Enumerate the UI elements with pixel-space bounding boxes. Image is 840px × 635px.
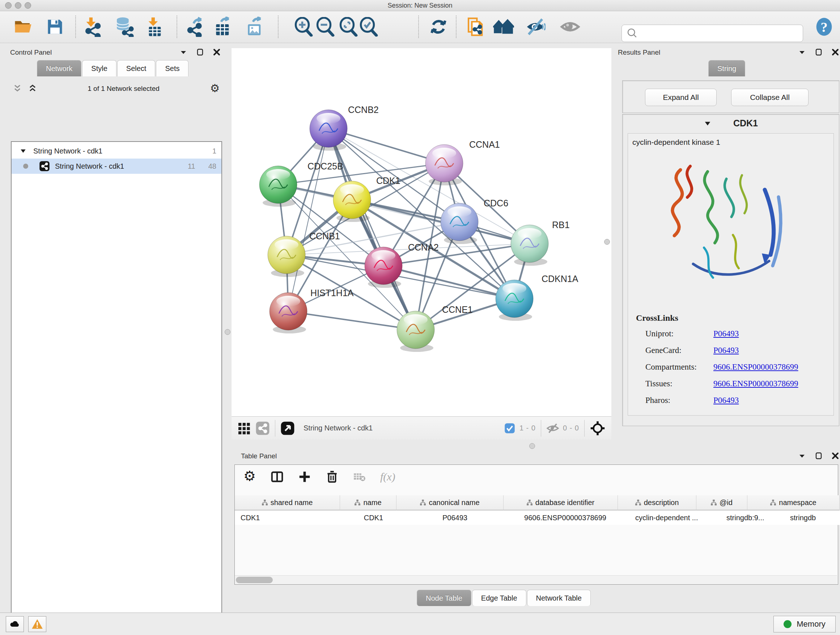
- column-header-shared-name[interactable]: shared name: [235, 495, 340, 510]
- tree-expanded-icon[interactable]: [19, 147, 27, 155]
- column-header-database-identifier[interactable]: database identifier: [504, 495, 618, 510]
- tab-network-table[interactable]: Network Table: [527, 590, 591, 606]
- export-network-button[interactable]: [185, 16, 206, 37]
- node-HIST1H1A[interactable]: [270, 293, 307, 333]
- tab-sets[interactable]: Sets: [156, 60, 188, 76]
- table-cell[interactable]: stringdb: [777, 510, 840, 525]
- import-table-button[interactable]: [144, 16, 165, 37]
- tab-string[interactable]: String: [708, 60, 745, 76]
- edge-CCNB2-CCNE1[interactable]: [328, 128, 416, 330]
- tab-network[interactable]: Network: [37, 60, 81, 76]
- hide-selected-button[interactable]: [525, 16, 546, 37]
- panel-close-icon[interactable]: [212, 48, 221, 57]
- table-settings-gear-icon[interactable]: ⚙: [243, 470, 256, 484]
- node-CCNA1[interactable]: [425, 144, 463, 185]
- left-splitter-handle[interactable]: [225, 329, 231, 335]
- network-row-selected[interactable]: String Network - cdk1 11 48: [11, 158, 221, 174]
- collapse-all-button[interactable]: Collapse All: [731, 89, 808, 106]
- tab-style[interactable]: Style: [82, 60, 116, 76]
- table-hscrollbar[interactable]: [235, 575, 837, 584]
- network-graph[interactable]: CCNB2CCNA1CDC25BCDK1CDC6RB1CCNB1CCNA2CDK…: [232, 48, 611, 416]
- crosslink-link[interactable]: P06493: [714, 329, 739, 339]
- node-CDC6[interactable]: [441, 203, 478, 244]
- column-header--id[interactable]: @id: [696, 495, 747, 510]
- table-cell[interactable]: CDK1: [346, 510, 401, 525]
- panel-float-icon[interactable]: [814, 451, 823, 460]
- save-session-button[interactable]: [44, 16, 65, 37]
- string-home-button[interactable]: [493, 16, 514, 37]
- network-canvas[interactable]: CCNB2CCNA1CDC25BCDK1CDC6RB1CCNB1CCNA2CDK…: [232, 48, 611, 416]
- open-in-window-icon[interactable]: [280, 421, 295, 435]
- apply-layout-button[interactable]: [428, 16, 449, 37]
- crosslink-link[interactable]: 9606.ENSP00000378699: [714, 379, 798, 388]
- node-CCNB1[interactable]: [268, 236, 305, 277]
- hidden-eye-slash-icon[interactable]: [546, 422, 559, 435]
- search-input[interactable]: [641, 26, 803, 41]
- edge-CCNB2-HIST1H1A[interactable]: [288, 128, 328, 311]
- node-CDKN1A[interactable]: [496, 280, 533, 321]
- memory-button[interactable]: Memory: [774, 616, 836, 632]
- column-header-description[interactable]: description: [618, 495, 696, 510]
- node-CCNB2[interactable]: [309, 110, 347, 150]
- crosslink-link[interactable]: P06493: [714, 396, 739, 405]
- table-cell[interactable]: P06493: [401, 510, 508, 525]
- table-cell[interactable]: CDK1: [235, 510, 346, 525]
- import-network-file-button[interactable]: [82, 16, 103, 37]
- open-session-button[interactable]: [13, 16, 34, 37]
- grid-view-icon[interactable]: [237, 421, 251, 435]
- network-badge-gray-icon[interactable]: [256, 421, 270, 435]
- edge-HIST1H1A-CCNE1[interactable]: [288, 311, 416, 330]
- tab-select[interactable]: Select: [117, 60, 156, 76]
- network-options-gear-icon[interactable]: ⚙: [210, 83, 220, 94]
- node-CDC25B[interactable]: [259, 166, 297, 207]
- table-hscrollbar-thumb[interactable]: [236, 577, 273, 583]
- import-network-database-button[interactable]: [114, 16, 135, 37]
- zoom-fit-button[interactable]: [338, 16, 359, 37]
- table-row[interactable]: CDK1CDK1P064939606.ENSP00000378699cyclin…: [235, 510, 837, 525]
- crosslink-link[interactable]: 9606.ENSP00000378699: [714, 363, 798, 372]
- panel-menu-icon[interactable]: [798, 48, 806, 57]
- help-button[interactable]: ?: [813, 16, 835, 37]
- selected-checkbox-icon[interactable]: [504, 423, 515, 434]
- birds-eye-crosshair-icon[interactable]: [590, 420, 606, 436]
- network-collection-row[interactable]: String Network - cdk1 1: [11, 142, 221, 158]
- zoom-out-button[interactable]: [315, 16, 336, 37]
- right-splitter-handle[interactable]: [604, 239, 610, 245]
- zoom-in-button[interactable]: [294, 16, 314, 37]
- clone-network-button[interactable]: [466, 16, 486, 37]
- panel-close-icon[interactable]: [831, 48, 840, 57]
- expand-all-button[interactable]: Expand All: [645, 89, 717, 106]
- table-cell[interactable]: 9606.ENSP00000378699: [508, 510, 622, 525]
- show-columns-icon[interactable]: [270, 470, 284, 484]
- panel-close-icon[interactable]: [831, 451, 840, 460]
- delete-column-trash-icon[interactable]: [325, 470, 339, 484]
- warnings-button[interactable]: [28, 616, 46, 632]
- table-cell[interactable]: cyclin-dependent ...: [622, 510, 714, 525]
- node-CCNE1[interactable]: [397, 311, 434, 352]
- crosslink-link[interactable]: P06493: [714, 346, 739, 355]
- export-image-button[interactable]: [244, 16, 265, 37]
- table-cell[interactable]: stringdb:9...: [714, 510, 777, 525]
- collapse-all-chevron-icon[interactable]: [27, 84, 38, 94]
- search-box[interactable]: [622, 25, 803, 42]
- expand-all-chevron-icon[interactable]: [12, 84, 22, 94]
- panel-float-icon[interactable]: [814, 48, 823, 57]
- panel-float-icon[interactable]: [196, 48, 204, 57]
- tab-edge-table[interactable]: Edge Table: [472, 590, 526, 606]
- panel-menu-icon[interactable]: [179, 48, 188, 57]
- network-view-toolbar: String Network - cdk1 1 - 0 0 - 0: [232, 416, 611, 440]
- automation-cloud-button[interactable]: [6, 616, 24, 632]
- column-header-namespace[interactable]: namespace: [747, 495, 840, 510]
- export-table-button[interactable]: [212, 16, 233, 37]
- entry-collapse-icon[interactable]: [704, 119, 712, 127]
- node-CDK1[interactable]: [333, 181, 371, 222]
- show-all-button[interactable]: [560, 16, 581, 37]
- column-header-canonical-name[interactable]: canonical name: [396, 495, 504, 510]
- node-RB1[interactable]: [511, 225, 548, 266]
- zoom-selected-button[interactable]: [358, 16, 379, 37]
- column-header-name[interactable]: name: [340, 495, 396, 510]
- panel-menu-icon[interactable]: [798, 451, 806, 460]
- add-column-plus-icon[interactable]: [298, 470, 311, 484]
- entry-header[interactable]: CDK1: [622, 118, 839, 128]
- tab-node-table[interactable]: Node Table: [417, 590, 471, 606]
